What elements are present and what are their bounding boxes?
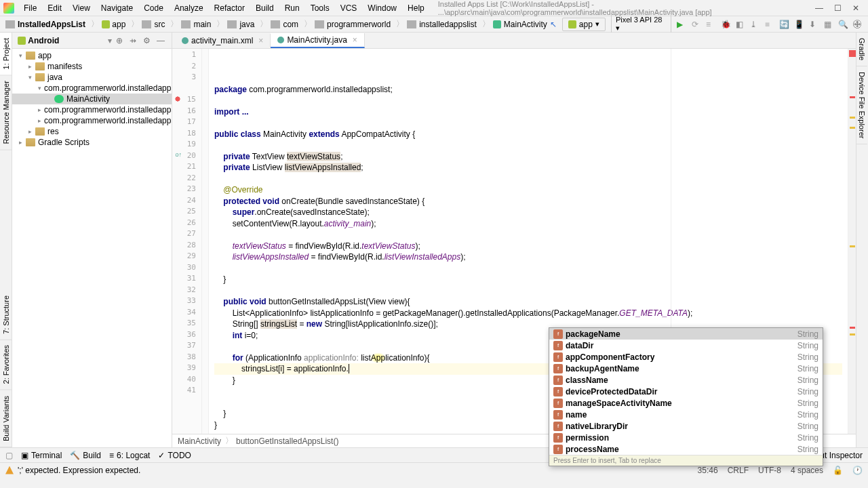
attach-debugger-icon[interactable]: ⤓ [750,20,760,29]
tree-row[interactable]: ▾java [12,72,172,83]
breadcrumb-src[interactable]: src [142,20,165,29]
tab-device-explorer[interactable]: Device File Explorer [856,66,867,144]
tab-project[interactable]: 1: Project [0,33,12,75]
tab-favorites[interactable]: 2: Favorites [0,340,12,390]
autocomplete-item[interactable]: fnameString [549,409,823,420]
project-view-selector[interactable]: Android [28,36,108,45]
apply-code-icon[interactable]: ≡ [706,20,715,29]
tool-window-icon[interactable]: ▢ [5,451,13,460]
autocomplete-hint: Press Enter to insert, Tab to replace [549,455,823,466]
project-tree[interactable]: ▾app▸manifests▾java▾com.programmerworld.… [12,49,172,447]
menu-help[interactable]: Help [402,3,430,13]
tree-row[interactable]: ▸res [12,126,172,137]
chevron-down-icon[interactable]: ▾ [108,36,112,45]
autocomplete-item[interactable]: fappComponentFactoryString [549,351,823,363]
profiler-icon[interactable]: ◧ [736,20,745,29]
menu-tools[interactable]: Tools [305,3,335,13]
bc-class[interactable]: MainActivity [178,436,221,446]
tab-build-variants[interactable]: Build Variants [0,390,12,447]
tab-gradle[interactable]: Gradle [856,33,867,66]
editor-tab[interactable]: MainActivity.java× [271,33,365,48]
close-tab-icon[interactable]: × [353,35,357,45]
close-icon[interactable]: ✕ [852,3,859,13]
tab-todo[interactable]: ✓ TODO [158,451,191,460]
menu-code[interactable]: Code [138,3,169,13]
tab-structure[interactable]: 7: Structure [0,290,12,340]
tab-build[interactable]: 🔨 Build [70,451,101,460]
hide-icon[interactable]: — [157,36,166,45]
breadcrumb-main[interactable]: main [181,20,211,29]
tree-row[interactable]: MainActivity [12,94,172,104]
autocomplete-item[interactable]: fmanageSpaceActivityNameString [549,397,823,409]
menu-build[interactable]: Build [250,3,279,13]
device-selector[interactable]: Pixel 3 API 28 ▾ [611,14,671,35]
navigation-toolbar: InstalledAppsList 〉 app 〉 src 〉 main 〉 j… [0,16,868,33]
apply-changes-icon[interactable]: ⟳ [692,20,701,29]
tree-row[interactable]: ▾app [12,50,172,61]
status-message: ';' expected. Expression expected. [18,466,140,475]
collapse-icon[interactable]: ⇸ [130,36,139,45]
tree-row[interactable]: ▾com.programmerworld.installedapps [12,83,172,94]
breadcrumb-app[interactable]: app [102,20,125,29]
avd-icon[interactable]: 📱 [794,20,804,29]
tree-row[interactable]: ▸manifests [12,61,172,72]
breadcrumb-java[interactable]: java [227,20,254,29]
maximize-icon[interactable]: ☐ [834,3,842,13]
menu-view[interactable]: View [67,3,96,13]
menu-vcs[interactable]: VCS [335,3,363,13]
sdk-icon[interactable]: ⬇ [809,20,818,29]
sync-icon[interactable]: 🔄 [779,20,789,29]
breadcrumb-pkgsub[interactable]: installedappslist [407,20,477,29]
autocomplete-item[interactable]: fclassNameString [549,374,823,386]
settings-icon[interactable]: 🕀 [853,20,863,29]
bc-method[interactable]: buttonGetInstalledAppsList() [236,436,338,446]
structure-icon[interactable]: ▦ [824,20,833,29]
menu-file[interactable]: File [18,3,42,13]
menu-navigate[interactable]: Navigate [96,3,138,13]
expand-icon[interactable]: ⊕ [116,36,125,45]
error-stripe[interactable] [848,49,856,434]
autocomplete-item[interactable]: fpackageNameString [549,328,823,340]
run-config-selector[interactable]: app ▾ [562,18,606,31]
menu-analyze[interactable]: Analyze [169,3,209,13]
stop-icon[interactable]: ■ [765,20,774,29]
autocomplete-popup[interactable]: fpackageNameStringfdataDirStringfappComp… [549,327,823,466]
compass-icon[interactable]: ↖ [550,20,557,29]
gutter[interactable]: 1231516171819o↑2021222324252627282930313… [172,49,202,434]
autocomplete-item[interactable]: fdeviceProtectedDataDirString [549,386,823,397]
breadcrumb-root[interactable]: InstalledAppsList [5,20,85,29]
tree-row[interactable]: ▸Gradle Scripts [12,137,172,148]
breadcrumb-com[interactable]: com [271,20,298,29]
tree-row[interactable]: ▸com.programmerworld.installedapps [12,104,172,115]
tab-logcat[interactable]: ≡ 6: Logcat [109,451,150,460]
tree-row[interactable]: ▸com.programmerworld.installedapps [12,115,172,126]
breadcrumb-pkg[interactable]: programmerworld [315,20,391,29]
lock-icon[interactable]: 🔓 [833,466,843,475]
status-indent[interactable]: 4 spaces [791,466,823,475]
close-tab-icon[interactable]: × [258,36,263,45]
settings-icon[interactable]: ⚙ [143,36,153,45]
status-encoding[interactable]: UTF-8 [758,466,781,475]
menu-edit[interactable]: Edit [42,3,67,13]
editor-tab[interactable]: activity_main.xml× [175,34,271,47]
menu-refactor[interactable]: Refactor [209,3,250,13]
memory-icon[interactable]: 🕐 [852,466,863,475]
status-line-sep[interactable]: CRLF [728,466,749,475]
autocomplete-item[interactable]: fprocessNameString [549,443,823,455]
breadcrumb-file[interactable]: MainActivity [493,20,547,29]
autocomplete-item[interactable]: fpermissionString [549,432,823,443]
search-icon[interactable]: 🔍 [838,20,848,29]
autocomplete-item[interactable]: fnativeLibraryDirString [549,420,823,432]
menu-window[interactable]: Window [362,3,402,13]
tab-resource-manager[interactable]: Resource Manager [0,75,12,150]
menu-run[interactable]: Run [279,3,305,13]
run-icon[interactable]: ▶ [677,20,686,29]
status-position[interactable]: 35:46 [698,466,718,475]
tab-terminal[interactable]: ▣ Terminal [21,451,62,460]
minimize-icon[interactable]: — [815,3,823,13]
autocomplete-item[interactable]: fbackupAgentNameString [549,363,823,374]
debug-icon[interactable]: 🐞 [721,20,730,29]
error-indicator-icon[interactable] [849,50,856,57]
autocomplete-item[interactable]: fdataDirString [549,340,823,351]
editor-tabs: activity_main.xml×MainActivity.java× [172,33,856,49]
